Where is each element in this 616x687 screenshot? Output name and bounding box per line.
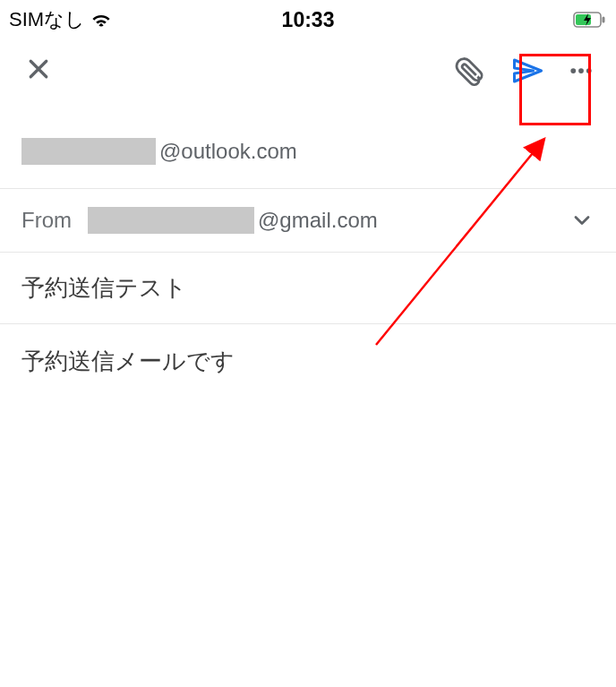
close-icon[interactable] xyxy=(25,56,52,82)
to-row[interactable]: @outlook.com xyxy=(0,102,616,189)
to-redacted xyxy=(21,138,156,165)
status-right xyxy=(407,12,607,28)
body-text: 予約送信メールです xyxy=(21,348,235,374)
wifi-icon xyxy=(90,12,112,28)
svg-point-4 xyxy=(578,68,584,73)
status-left: SIMなし xyxy=(9,6,209,33)
body-input[interactable]: 予約送信メールです xyxy=(0,324,616,399)
subject-text: 予約送信テスト xyxy=(21,274,187,301)
chevron-down-icon[interactable] xyxy=(569,208,595,233)
from-domain: @gmail.com xyxy=(258,208,378,233)
svg-rect-2 xyxy=(603,17,605,23)
subject-input[interactable]: 予約送信テスト xyxy=(0,253,616,324)
from-redacted xyxy=(88,207,254,234)
svg-point-5 xyxy=(586,68,592,73)
battery-icon xyxy=(573,12,607,28)
svg-point-3 xyxy=(570,68,576,73)
carrier-text: SIMなし xyxy=(9,6,85,33)
status-bar: SIMなし 10:33 xyxy=(0,0,616,39)
status-time: 10:33 xyxy=(209,8,408,32)
from-row[interactable]: From @gmail.com xyxy=(0,189,616,253)
more-icon[interactable] xyxy=(568,57,595,84)
send-icon[interactable] xyxy=(510,55,543,87)
to-domain: @outlook.com xyxy=(159,139,297,164)
from-label: From xyxy=(21,208,72,233)
attach-icon[interactable] xyxy=(455,56,485,86)
compose-toolbar xyxy=(0,39,616,102)
